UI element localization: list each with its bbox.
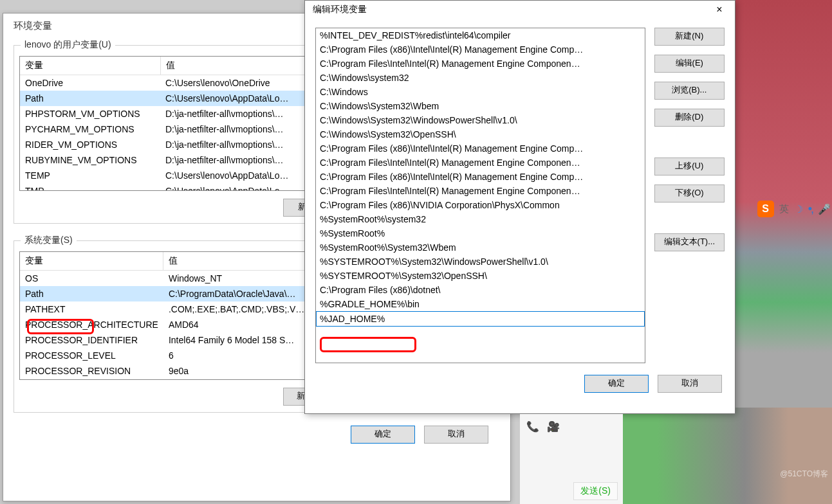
moon-icon[interactable]: ☽ — [794, 203, 803, 215]
list-item[interactable]: C:\Windows\System32\WindowsPowerShell\v1… — [316, 113, 645, 127]
list-item[interactable]: %SystemRoot%\System32\Wbem — [316, 240, 645, 255]
cancel-button[interactable]: 取消 — [424, 426, 488, 444]
sys-vars-label: 系统变量(S) — [21, 235, 77, 246]
watermark-text: @51CTO博客 — [780, 469, 828, 480]
list-item[interactable]: C:\Windows\System32\OpenSSH\ — [316, 127, 645, 141]
close-icon[interactable]: × — [707, 1, 732, 18]
dialog-cancel-button[interactable]: 取消 — [658, 375, 722, 393]
list-item[interactable]: C:\Program Files (x86)\Intel\Intel(R) Ma… — [316, 141, 645, 156]
ime-toolbar[interactable]: S 英 ☽ •, 🎤 — [757, 201, 831, 217]
list-item[interactable]: %INTEL_DEV_REDIST%redist\intel64\compile… — [316, 28, 645, 42]
list-item[interactable]: C:\Program Files\Intel\Intel(R) Manageme… — [316, 57, 645, 71]
ok-button[interactable]: 确定 — [351, 426, 415, 444]
video-icon[interactable]: 🎥 — [547, 420, 560, 433]
list-item[interactable]: %SystemRoot% — [316, 226, 645, 240]
list-item[interactable]: %SYSTEMROOT%\System32\WindowsPowerShell\… — [316, 255, 645, 269]
list-item[interactable]: %GRADLE_HOME%\bin — [316, 297, 645, 311]
move-down-button[interactable]: 下移(O) — [654, 184, 725, 203]
list-item[interactable]: %SYSTEMROOT%\System32\OpenSSH\ — [316, 269, 645, 283]
col-var[interactable]: 变量 — [20, 57, 160, 75]
col-var[interactable]: 变量 — [20, 252, 163, 271]
list-item-editing[interactable] — [316, 311, 645, 327]
path-list[interactable]: %INTEL_DEV_REDIST%redist\intel64\compile… — [315, 28, 645, 363]
edit-env-dialog: 编辑环境变量 × %INTEL_DEV_REDIST%redist\intel6… — [304, 0, 735, 414]
list-item[interactable]: C:\Program Files\Intel\Intel(R) Manageme… — [316, 156, 645, 170]
list-item[interactable]: C:\Windows\system32 — [316, 71, 645, 85]
new-button[interactable]: 新建(N) — [654, 28, 725, 46]
list-item[interactable]: C:\Program Files (x86)\Intel\Intel(R) Ma… — [316, 170, 645, 184]
user-vars-label: lenovo 的用户变量(U) — [21, 39, 115, 51]
path-edit-input[interactable] — [317, 312, 644, 326]
edit-button[interactable]: 编辑(E) — [654, 55, 725, 73]
list-item[interactable]: C:\Program Files (x86)\Intel\Intel(R) Ma… — [316, 42, 645, 57]
edit-text-button[interactable]: 编辑文本(T)... — [654, 233, 725, 251]
browse-button[interactable]: 浏览(B)... — [654, 82, 725, 100]
dialog-title: 编辑环境变量 — [313, 4, 367, 15]
chat-panel: 📞 🎥 发送(S) — [520, 414, 623, 504]
list-item[interactable]: C:\Windows\System32\Wbem — [316, 99, 645, 113]
more-icon[interactable]: •, — [808, 203, 813, 216]
move-up-button[interactable]: 上移(U) — [654, 158, 725, 176]
list-item[interactable]: C:\Program Files (x86)\NVIDIA Corporatio… — [316, 198, 645, 212]
list-item[interactable]: C:\Program Files\Intel\Intel(R) Manageme… — [316, 184, 645, 198]
ime-lang[interactable]: 英 — [779, 203, 789, 215]
dialog-ok-button[interactable]: 确定 — [584, 375, 649, 393]
sogou-icon[interactable]: S — [757, 201, 774, 217]
delete-button[interactable]: 删除(D) — [654, 109, 725, 127]
send-button[interactable]: 发送(S) — [573, 482, 618, 500]
list-item[interactable]: %SystemRoot%\system32 — [316, 212, 645, 226]
list-item[interactable]: C:\Windows — [316, 85, 645, 99]
list-item[interactable]: C:\Program Files (x86)\dotnet\ — [316, 283, 645, 297]
phone-icon[interactable]: 📞 — [526, 420, 539, 433]
mic-icon[interactable]: 🎤 — [818, 203, 831, 215]
